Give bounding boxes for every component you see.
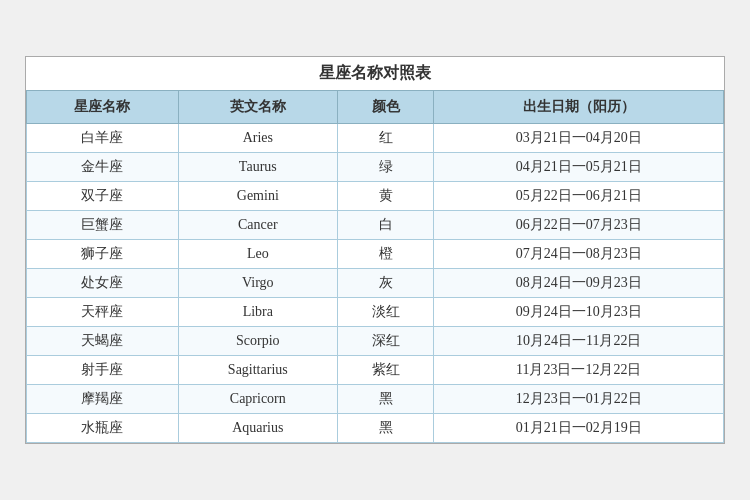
cell-date: 11月23日一12月22日 — [434, 356, 724, 385]
cell-date: 07月24日一08月23日 — [434, 240, 724, 269]
cell-color: 红 — [337, 124, 434, 153]
cell-color: 黑 — [337, 385, 434, 414]
cell-chinese: 水瓶座 — [27, 414, 179, 443]
cell-date: 09月24日一10月23日 — [434, 298, 724, 327]
col-header-chinese: 星座名称 — [27, 91, 179, 124]
cell-english: Leo — [178, 240, 337, 269]
table-row: 金牛座Taurus绿04月21日一05月21日 — [27, 153, 724, 182]
cell-color: 紫红 — [337, 356, 434, 385]
cell-english: Cancer — [178, 211, 337, 240]
cell-chinese: 巨蟹座 — [27, 211, 179, 240]
table-row: 处女座Virgo灰08月24日一09月23日 — [27, 269, 724, 298]
col-header-date: 出生日期（阳历） — [434, 91, 724, 124]
cell-chinese: 射手座 — [27, 356, 179, 385]
table-row: 水瓶座Aquarius黑01月21日一02月19日 — [27, 414, 724, 443]
cell-date: 08月24日一09月23日 — [434, 269, 724, 298]
table-header-row: 星座名称 英文名称 颜色 出生日期（阳历） — [27, 91, 724, 124]
cell-date: 12月23日一01月22日 — [434, 385, 724, 414]
cell-color: 白 — [337, 211, 434, 240]
cell-english: Capricorn — [178, 385, 337, 414]
table-row: 天蝎座Scorpio深红10月24日一11月22日 — [27, 327, 724, 356]
cell-english: Virgo — [178, 269, 337, 298]
cell-color: 灰 — [337, 269, 434, 298]
table-row: 天秤座Libra淡红09月24日一10月23日 — [27, 298, 724, 327]
table-row: 狮子座Leo橙07月24日一08月23日 — [27, 240, 724, 269]
cell-chinese: 狮子座 — [27, 240, 179, 269]
cell-english: Aries — [178, 124, 337, 153]
cell-color: 黄 — [337, 182, 434, 211]
table-body: 白羊座Aries红03月21日一04月20日金牛座Taurus绿04月21日一0… — [27, 124, 724, 443]
cell-chinese: 天蝎座 — [27, 327, 179, 356]
cell-date: 10月24日一11月22日 — [434, 327, 724, 356]
cell-color: 黑 — [337, 414, 434, 443]
col-header-color: 颜色 — [337, 91, 434, 124]
cell-date: 01月21日一02月19日 — [434, 414, 724, 443]
col-header-english: 英文名称 — [178, 91, 337, 124]
cell-english: Aquarius — [178, 414, 337, 443]
cell-chinese: 金牛座 — [27, 153, 179, 182]
cell-english: Sagittarius — [178, 356, 337, 385]
page-title: 星座名称对照表 — [26, 57, 724, 90]
cell-date: 05月22日一06月21日 — [434, 182, 724, 211]
cell-english: Taurus — [178, 153, 337, 182]
cell-chinese: 白羊座 — [27, 124, 179, 153]
table-row: 白羊座Aries红03月21日一04月20日 — [27, 124, 724, 153]
table-row: 双子座Gemini黄05月22日一06月21日 — [27, 182, 724, 211]
cell-chinese: 摩羯座 — [27, 385, 179, 414]
cell-english: Scorpio — [178, 327, 337, 356]
cell-english: Gemini — [178, 182, 337, 211]
cell-color: 绿 — [337, 153, 434, 182]
table-row: 射手座Sagittarius紫红11月23日一12月22日 — [27, 356, 724, 385]
table-row: 摩羯座Capricorn黑12月23日一01月22日 — [27, 385, 724, 414]
table-row: 巨蟹座Cancer白06月22日一07月23日 — [27, 211, 724, 240]
cell-chinese: 天秤座 — [27, 298, 179, 327]
cell-date: 06月22日一07月23日 — [434, 211, 724, 240]
cell-date: 04月21日一05月21日 — [434, 153, 724, 182]
cell-date: 03月21日一04月20日 — [434, 124, 724, 153]
cell-english: Libra — [178, 298, 337, 327]
main-container: 星座名称对照表 星座名称 英文名称 颜色 出生日期（阳历） 白羊座Aries红0… — [25, 56, 725, 444]
cell-chinese: 双子座 — [27, 182, 179, 211]
cell-color: 橙 — [337, 240, 434, 269]
zodiac-table: 星座名称 英文名称 颜色 出生日期（阳历） 白羊座Aries红03月21日一04… — [26, 90, 724, 443]
cell-color: 淡红 — [337, 298, 434, 327]
cell-chinese: 处女座 — [27, 269, 179, 298]
cell-color: 深红 — [337, 327, 434, 356]
